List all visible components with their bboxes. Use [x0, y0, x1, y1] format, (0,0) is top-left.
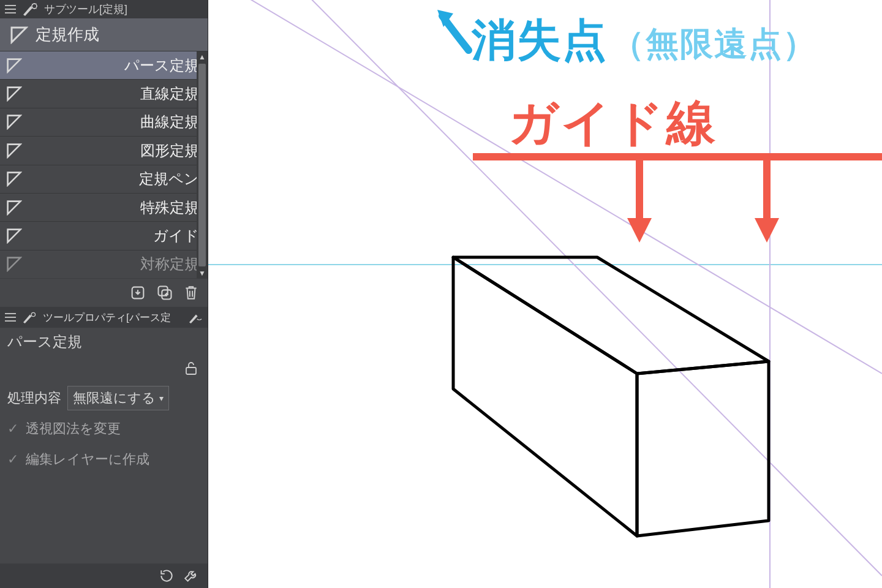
triangle-ruler-icon	[6, 200, 22, 216]
subtool-group-label: 定規作成	[36, 24, 99, 45]
reset-settings-icon[interactable]	[159, 568, 175, 584]
subtool-item-figure-ruler[interactable]: 図形定規	[0, 137, 208, 165]
scroll-up-icon[interactable]: ▲	[197, 51, 208, 62]
canvas-area[interactable]: 消失点 （無限遠点） ガイド線	[208, 0, 882, 588]
property-process-label: 処理内容	[7, 389, 61, 407]
subtool-list: パース定規 直線定規 曲線定規 図形定規 定規ペン	[0, 51, 208, 279]
property-process-select[interactable]: 無限遠にする ▾	[67, 386, 169, 410]
subtool-panel-title: サブツール[定規]	[44, 2, 127, 17]
subtool-item-label: パース定規	[124, 56, 199, 75]
subtool-item-label: ガイド	[153, 226, 199, 246]
subtool-item-perspective-ruler[interactable]: パース定規	[0, 51, 208, 80]
subtool-item-label: 曲線定規	[140, 112, 199, 132]
panel-menu-icon[interactable]	[5, 313, 16, 322]
panel-menu-icon[interactable]	[5, 5, 16, 13]
subtool-scrollbar[interactable]: ▲ ▼	[197, 51, 208, 279]
svg-point-4	[31, 312, 35, 316]
checkbox-change-perspective[interactable]: ✓ 透視図法を変更	[7, 413, 200, 444]
svg-rect-5	[186, 368, 196, 374]
tool-property-title: パース定規	[0, 328, 208, 356]
subtool-item-curve-ruler[interactable]: 曲線定規	[0, 108, 208, 137]
delete-subtool-icon[interactable]	[183, 284, 199, 301]
canvas-box-drawing	[208, 0, 882, 588]
wrench-icon[interactable]	[183, 568, 199, 584]
subtool-actions	[0, 279, 208, 307]
side-panel: サブツール[定規] 定規作成 パース定規 直線定規 曲線定規	[0, 0, 208, 588]
triangle-ruler-icon	[6, 256, 22, 272]
triangle-ruler-icon	[6, 58, 22, 74]
subtool-item-label: 図形定規	[140, 141, 199, 160]
subtool-item-line-ruler[interactable]: 直線定規	[0, 80, 208, 108]
checkmark-icon: ✓	[7, 423, 18, 434]
annotation-guide-arrows-icon	[473, 151, 882, 251]
checkbox-label: 透視図法を変更	[26, 420, 121, 438]
checkbox-label: 編集レイヤーに作成	[26, 450, 149, 469]
annotation-guide-line-text: ガイド線	[508, 96, 718, 150]
subtool-item-guide[interactable]: ガイド	[0, 222, 208, 250]
property-process-value: 無限遠にする	[73, 389, 156, 407]
tool-property-header: ツールプロパティ[パース定	[0, 307, 208, 328]
annotation-vanishing-point-text: 消失点	[472, 11, 608, 70]
annotation-guide-line: ガイド線	[508, 91, 718, 157]
triangle-ruler-icon	[6, 86, 22, 102]
tool-property-header-title: ツールプロパティ[パース定	[43, 311, 171, 325]
checkmark-icon: ✓	[7, 454, 18, 465]
annotation-vanishing-point: 消失点 （無限遠点）	[472, 11, 817, 70]
scroll-thumb[interactable]	[198, 64, 206, 266]
subtool-item-label: 定規ペン	[139, 169, 199, 189]
triangle-ruler-icon	[10, 26, 28, 44]
subtool-item-label: 対称定規	[140, 254, 199, 274]
property-process-row: 処理内容 無限遠にする ▾	[7, 383, 200, 413]
subtool-group-tab[interactable]: 定規作成	[0, 18, 208, 51]
checkbox-create-on-edit-layer[interactable]: ✓ 編集レイヤーに作成	[7, 444, 200, 475]
tool-property-footer	[0, 564, 208, 588]
triangle-ruler-icon	[6, 143, 22, 159]
brush-shape-icon[interactable]	[188, 311, 203, 323]
subtool-item-label: 特殊定規	[140, 198, 199, 217]
unlock-icon[interactable]	[184, 361, 198, 375]
triangle-ruler-icon	[6, 171, 22, 187]
import-subtool-icon[interactable]	[129, 284, 146, 301]
chevron-down-icon: ▾	[159, 393, 164, 403]
subtool-item-symmetry-ruler[interactable]: 対称定規	[0, 251, 208, 279]
tool-property-section: 処理内容 無限遠にする ▾ ✓ 透視図法を変更 ✓ 編集レイヤーに作成	[0, 380, 208, 482]
brush-gear-icon	[22, 311, 37, 323]
annotation-vanishing-point-paren: （無限遠点）	[611, 22, 817, 67]
triangle-ruler-icon	[6, 114, 22, 130]
duplicate-subtool-icon[interactable]	[156, 284, 173, 301]
triangle-ruler-icon	[6, 228, 22, 244]
subtool-panel-header: サブツール[定規]	[0, 0, 208, 18]
scroll-down-icon[interactable]: ▼	[197, 268, 208, 279]
brush-gear-icon	[22, 2, 38, 16]
subtool-item-ruler-pen[interactable]: 定規ペン	[0, 165, 208, 194]
subtool-item-label: 直線定規	[140, 84, 199, 104]
subtool-item-special-ruler[interactable]: 特殊定規	[0, 194, 208, 222]
